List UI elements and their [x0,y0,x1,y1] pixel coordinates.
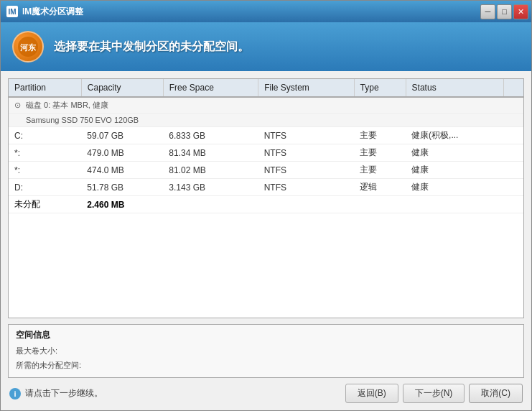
maximize-button[interactable]: □ [497,4,512,19]
app-icon: IM [6,6,18,17]
footer-left: i 请点击下一步继续。 [9,387,103,400]
cell-capacity: 59.07 GB [81,127,163,144]
partition-table-container[interactable]: Partition Capacity Free Space File Syste… [8,78,524,318]
cell-type: 逻辑 [354,179,406,196]
info-section-title: 空间信息 [16,329,516,341]
col-capacity: Capacity [81,79,163,97]
cell-extra-unallocated [503,196,523,213]
cell-filesystem: NTFS [258,179,354,196]
disk-header-row: ⊙ 磁盘 0: 基本 MBR, 健康 [9,97,523,114]
disk-model: Samsung SSD 750 EVO 120GB [9,114,523,127]
max-volume-line: 最大卷大小: [16,344,516,359]
cell-partition: C: [9,127,81,144]
main-window: IM IM魔术分区调整 ─ □ ✕ 河东 选择要在其中发制分区的未分配空间。 [0,0,532,411]
col-filesystem: File System [258,79,354,97]
svg-text:河东: 河东 [20,43,37,52]
cell-capacity-unallocated: 2.460 MB [81,196,163,213]
title-bar-left: IM IM魔术分区调整 [6,6,83,18]
back-button[interactable]: 返回(B) [345,384,398,403]
cell-status: 健康(积极,... [406,127,503,144]
cell-freespace: 3.143 GB [163,179,258,196]
col-type: Type [354,79,406,97]
partition-table: Partition Capacity Free Space File Syste… [9,79,523,213]
cell-extra [503,144,523,162]
cell-partition-unallocated: 未分配 [9,196,81,213]
cell-filesystem: NTFS [258,162,354,179]
disk-label: 磁盘 0: 基本 MBR, 健康 [26,101,108,109]
required-space-line: 所需的未分配空间: [16,359,516,373]
footer-hint: 请点击下一步继续。 [25,387,103,400]
cell-status: 健康 [406,179,503,196]
cell-capacity: 479.0 MB [81,144,163,162]
cell-status: 健康 [406,162,503,179]
content-area: Partition Capacity Free Space File Syste… [1,71,531,410]
table-row[interactable]: D: 51.78 GB 3.143 GB NTFS 逻辑 健康 [9,179,523,196]
window-title: IM魔术分区调整 [22,6,83,18]
cell-filesystem: NTFS [258,144,354,162]
cell-type-unallocated [354,196,406,213]
table-row[interactable]: C: 59.07 GB 6.833 GB NTFS 主要 健康(积极,... [9,127,523,144]
cell-freespace-unallocated [163,196,258,213]
cell-freespace: 6.833 GB [163,127,258,144]
close-button[interactable]: ✕ [513,4,528,19]
cell-partition: *: [9,162,81,179]
title-buttons: ─ □ ✕ [480,4,528,19]
col-extra [503,79,523,97]
cell-extra [503,162,523,179]
cell-type: 主要 [354,162,406,179]
header-description: 选择要在其中发制分区的未分配空间。 [54,40,249,55]
table-row[interactable]: *: 474.0 MB 81.02 MB NTFS 主要 健康 [9,162,523,179]
cell-capacity: 474.0 MB [81,162,163,179]
info-icon: i [9,388,21,400]
next-button[interactable]: 下一步(N) [403,384,465,403]
info-section: 空间信息 最大卷大小: 所需的未分配空间: [8,324,524,378]
cell-filesystem-unallocated [258,196,354,213]
header-banner: 河东 选择要在其中发制分区的未分配空间。 [1,22,531,71]
cancel-button[interactable]: 取消(C) [469,384,523,403]
disk-icon: ⊙ [14,101,21,109]
cell-partition: D: [9,179,81,196]
disk-model-row: Samsung SSD 750 EVO 120GB [9,114,523,127]
app-logo: 河东 [11,29,45,64]
title-bar: IM IM魔术分区调整 ─ □ ✕ [1,1,531,22]
footer-buttons: 返回(B) 下一步(N) 取消(C) [345,384,523,403]
cell-type: 主要 [354,127,406,144]
cell-status-unallocated [406,196,503,213]
unallocated-row[interactable]: 未分配 2.460 MB [9,196,523,213]
cell-freespace: 81.34 MB [163,144,258,162]
cell-type: 主要 [354,144,406,162]
table-row[interactable]: *: 479.0 MB 81.34 MB NTFS 主要 健康 [9,144,523,162]
cell-partition: *: [9,144,81,162]
col-partition: Partition [9,79,81,97]
logo-circle: 河东 [12,31,44,63]
disk-header-label: ⊙ 磁盘 0: 基本 MBR, 健康 [9,97,523,114]
cell-capacity: 51.78 GB [81,179,163,196]
cell-extra [503,179,523,196]
cell-extra [503,127,523,144]
table-header-row: Partition Capacity Free Space File Syste… [9,79,523,97]
col-status: Status [406,79,503,97]
minimize-button[interactable]: ─ [480,4,495,19]
cell-freespace: 81.02 MB [163,162,258,179]
cell-filesystem: NTFS [258,127,354,144]
footer: i 请点击下一步继续。 返回(B) 下一步(N) 取消(C) [8,384,524,403]
col-freespace: Free Space [163,79,258,97]
cell-status: 健康 [406,144,503,162]
